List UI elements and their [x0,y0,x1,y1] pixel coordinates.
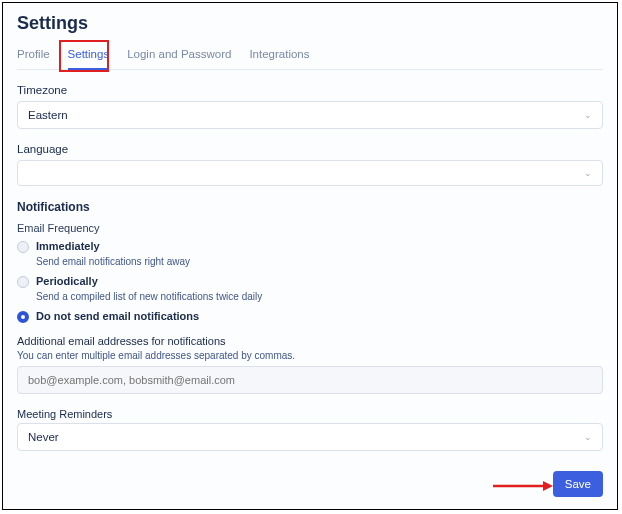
language-select[interactable]: ⌄ [17,160,603,186]
meeting-reminders-select[interactable]: Never ⌄ [17,423,603,451]
additional-emails-hint: You can enter multiple email addresses s… [17,350,603,361]
radio-option-periodically[interactable]: Periodically [17,275,603,288]
radio-label: Periodically [36,275,98,287]
tab-integrations[interactable]: Integrations [249,42,309,69]
annotation-arrow-icon [493,479,553,493]
save-button[interactable]: Save [553,471,603,497]
radio-option-do-not-send[interactable]: Do not send email notifications [17,310,603,323]
radio-icon [17,241,29,253]
tabs-bar: Profile Settings Login and Password Inte… [17,42,603,70]
chevron-down-icon: ⌄ [584,110,592,120]
radio-icon-selected [17,311,29,323]
email-frequency-radio-group: Immediately Send email notifications rig… [17,240,603,323]
tab-settings[interactable]: Settings [68,42,110,70]
svg-marker-1 [543,481,553,491]
radio-icon [17,276,29,288]
timezone-value: Eastern [28,109,68,121]
radio-label: Do not send email notifications [36,310,199,322]
timezone-select[interactable]: Eastern ⌄ [17,101,603,129]
radio-label: Immediately [36,240,100,252]
radio-desc: Send a compiled list of new notification… [36,291,603,302]
additional-emails-input[interactable] [17,366,603,394]
meeting-reminders-value: Never [28,431,59,443]
radio-option-immediately[interactable]: Immediately [17,240,603,253]
chevron-down-icon: ⌄ [584,432,592,442]
additional-emails-label: Additional email addresses for notificat… [17,335,603,347]
language-label: Language [17,143,603,155]
email-frequency-label: Email Frequency [17,222,603,234]
chevron-down-icon: ⌄ [584,168,592,178]
tab-login-password[interactable]: Login and Password [127,42,231,69]
page-title: Settings [17,13,603,34]
timezone-label: Timezone [17,84,603,96]
meeting-reminders-label: Meeting Reminders [17,408,603,420]
tab-profile[interactable]: Profile [17,42,50,69]
notifications-heading: Notifications [17,200,603,214]
radio-desc: Send email notifications right away [36,256,603,267]
